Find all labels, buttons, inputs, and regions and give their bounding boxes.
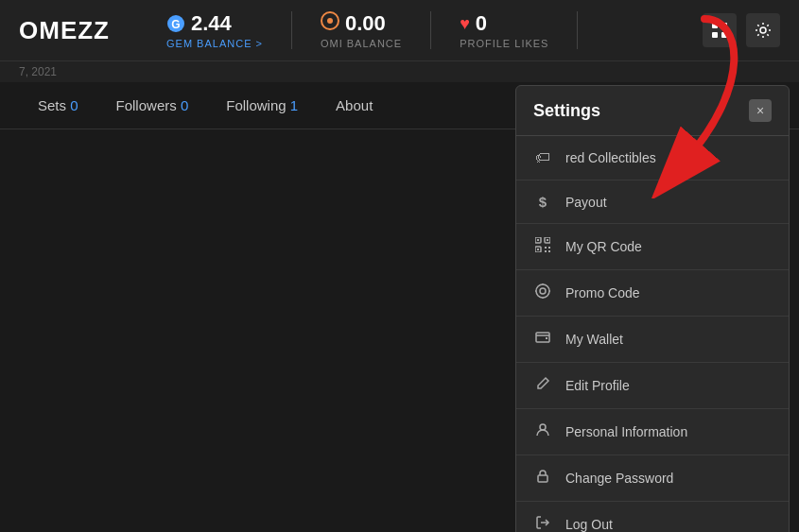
svg-rect-14 [547, 239, 548, 241]
svg-point-21 [540, 288, 546, 294]
svg-point-28 [540, 424, 546, 430]
date-bar: 7, 2021 [0, 61, 799, 82]
edit-profile-icon [533, 376, 552, 395]
tab-sets[interactable]: Sets 0 [19, 82, 97, 129]
menu-item-promo-code[interactable]: Promo Code [516, 270, 789, 317]
svg-rect-5 [721, 23, 727, 28]
omi-icon [321, 11, 339, 36]
menu-item-edit-profile[interactable]: Edit Profile [516, 363, 789, 409]
menu-item-wallet[interactable]: My Wallet [516, 317, 789, 363]
logo: OMEZZ [19, 16, 110, 45]
svg-rect-6 [712, 32, 718, 38]
settings-panel-header: Settings × [516, 86, 789, 136]
change-password-label: Change Password [565, 471, 673, 486]
omi-balance-value: 0.00 [321, 11, 386, 36]
collectibles-label: red Collectibles [565, 150, 656, 165]
svg-point-8 [760, 27, 766, 33]
personal-info-label: Personal Information [565, 424, 687, 439]
svg-rect-19 [548, 250, 550, 252]
menu-item-personal-info[interactable]: Personal Information [516, 409, 789, 455]
profile-likes-label: PROFILE LIKES [460, 38, 548, 49]
tab-about[interactable]: About [317, 82, 391, 129]
settings-icon-button[interactable] [746, 13, 780, 47]
personal-info-icon [533, 422, 552, 441]
following-count: 1 [290, 97, 298, 113]
qr-code-label: My QR Code [565, 239, 642, 254]
svg-rect-27 [546, 337, 547, 339]
header-icons [703, 13, 780, 47]
sets-count: 0 [70, 97, 78, 113]
svg-rect-16 [545, 247, 547, 249]
svg-rect-17 [548, 247, 550, 249]
edit-profile-label: Edit Profile [565, 378, 630, 393]
settings-title: Settings [533, 101, 600, 121]
svg-point-3 [327, 18, 333, 24]
settings-panel: Settings × 🏷 red Collectibles $ Payout M [515, 85, 790, 532]
profile-likes-block: ♥ 0 PROFILE LIKES [431, 11, 578, 49]
logout-icon [533, 515, 552, 532]
svg-rect-13 [537, 239, 539, 241]
omi-balance-label: OMI BALANCE [321, 38, 402, 49]
gem-balance-block: G 2.44 GEM BALANCE > [138, 11, 292, 49]
gem-balance-value: G 2.44 [166, 11, 232, 36]
gem-balance-link[interactable]: GEM BALANCE > [166, 38, 263, 49]
omi-balance-block: 0.00 OMI BALANCE [292, 11, 431, 49]
gem-icon: G [166, 14, 185, 33]
menu-item-payout[interactable]: $ Payout [516, 180, 789, 224]
svg-point-20 [536, 284, 549, 298]
payout-icon: $ [533, 194, 552, 210]
grid-icon-button[interactable] [703, 13, 737, 47]
wallet-icon [533, 330, 552, 349]
settings-close-button[interactable]: × [749, 99, 772, 122]
svg-text:G: G [171, 18, 180, 31]
wallet-label: My Wallet [565, 332, 623, 347]
promo-icon [533, 283, 552, 302]
svg-rect-4 [712, 23, 718, 28]
header: OMEZZ G 2.44 GEM BALANCE > 0.00 OMI BALA… [0, 0, 799, 61]
tab-following[interactable]: Following 1 [207, 82, 317, 129]
menu-item-logout[interactable]: Log Out [516, 502, 789, 532]
change-password-icon [533, 469, 552, 488]
promo-code-label: Promo Code [565, 285, 640, 300]
menu-item-qr-code[interactable]: My QR Code [516, 224, 789, 270]
qr-code-icon [533, 237, 552, 256]
menu-item-change-password[interactable]: Change Password [516, 455, 789, 502]
logout-label: Log Out [565, 517, 613, 532]
collectibles-icon: 🏷 [533, 149, 552, 166]
svg-rect-29 [538, 475, 547, 482]
svg-rect-7 [721, 32, 727, 38]
tab-followers[interactable]: Followers 0 [97, 82, 208, 129]
svg-rect-15 [537, 249, 539, 250]
profile-likes-value: ♥ 0 [460, 11, 487, 36]
followers-count: 0 [181, 97, 188, 113]
menu-item-collectibles[interactable]: 🏷 red Collectibles [516, 136, 789, 180]
heart-icon: ♥ [460, 14, 470, 34]
svg-rect-18 [545, 250, 547, 252]
payout-label: Payout [565, 195, 607, 210]
